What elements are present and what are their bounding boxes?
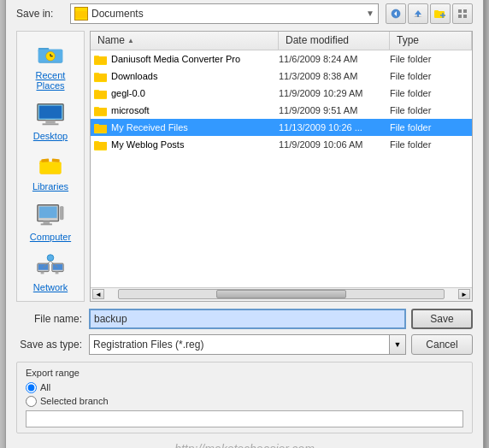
sort-arrow-icon: ▲ (127, 37, 134, 44)
table-row[interactable]: Downloads 11/3/2009 8:38 AM File folder (91, 68, 472, 85)
cancel-button[interactable]: Cancel (411, 334, 473, 355)
radio-all[interactable] (26, 382, 37, 393)
svg-rect-16 (463, 9, 467, 13)
filetype-input-wrapper: ▼ Cancel (89, 334, 473, 355)
svg-rect-45 (56, 271, 59, 274)
svg-rect-27 (45, 120, 55, 123)
svg-rect-17 (458, 15, 462, 18)
computer-label: Computer (30, 232, 71, 242)
libraries-icon (33, 151, 68, 179)
scroll-track[interactable] (118, 289, 445, 299)
filetype-combo-arrow[interactable]: ▼ (389, 334, 406, 355)
file-name: Downloads (111, 71, 279, 81)
combo-arrow-icon: ▼ (366, 9, 374, 18)
column-header-type[interactable]: Type (390, 32, 472, 50)
save-button[interactable]: Save (411, 309, 473, 329)
filename-input[interactable] (89, 309, 406, 329)
filetype-input[interactable] (89, 334, 406, 355)
back-button[interactable] (386, 3, 406, 24)
table-row[interactable]: My Received Files 11/13/2009 10:26 ... F… (91, 119, 472, 136)
file-date: 11/6/2009 8:24 AM (279, 54, 390, 64)
folder-file-icon (94, 121, 108, 133)
svg-rect-28 (43, 123, 59, 125)
nav-item-computer[interactable]: Computer (21, 198, 80, 245)
file-list: Daniusoft Media Converter Pro 11/6/2009 … (91, 50, 472, 287)
up-button[interactable] (408, 3, 428, 24)
file-type: File folder (390, 54, 468, 64)
svg-point-47 (47, 254, 54, 261)
nav-item-libraries[interactable]: Libraries (21, 148, 80, 195)
save-in-row: Save in: Documents ▼ (16, 3, 473, 24)
main-area: Recent Places Desktop (16, 31, 473, 302)
filename-input-wrapper: Save (89, 309, 473, 329)
file-name: gegl-0.0 (111, 88, 279, 98)
dialog-window: Export Registry File — □ ✕ Save in: Docu… (5, 0, 484, 448)
table-row[interactable]: gegl-0.0 11/9/2009 10:29 AM File folder (91, 85, 472, 102)
left-nav: Recent Places Desktop (16, 31, 85, 302)
nav-item-desktop[interactable]: Desktop (21, 97, 80, 144)
column-header-date[interactable]: Date modified (279, 32, 390, 50)
svg-rect-52 (94, 56, 107, 64)
file-type: File folder (390, 71, 468, 81)
scroll-right-button[interactable]: ► (458, 289, 470, 299)
radio-all-row: All (26, 382, 463, 393)
svg-rect-15 (458, 9, 462, 13)
file-name: My Weblog Posts (111, 139, 279, 150)
nav-item-network[interactable]: Network (21, 249, 80, 296)
svg-rect-38 (41, 223, 52, 225)
radio-all-label[interactable]: All (40, 382, 50, 392)
network-label: Network (33, 282, 68, 292)
folder-file-icon (94, 104, 108, 116)
new-folder-button[interactable] (430, 3, 451, 24)
bottom-form: File name: Save Save as type: ▼ Cancel (16, 309, 473, 355)
svg-rect-12 (434, 10, 439, 13)
libraries-label: Libraries (32, 181, 68, 192)
svg-rect-5 (75, 11, 87, 18)
branch-input[interactable] (26, 410, 463, 427)
filetype-row: Save as type: ▼ Cancel (16, 334, 473, 355)
svg-rect-55 (94, 74, 107, 81)
current-folder: Documents (91, 8, 362, 20)
table-row[interactable]: My Weblog Posts 11/9/2009 10:06 AM File … (91, 136, 472, 153)
toolbar-buttons (386, 3, 473, 24)
file-type: File folder (390, 122, 468, 133)
filetype-label: Save as type: (16, 339, 89, 351)
filename-row: File name: Save (16, 309, 473, 329)
export-range-section: Export range All Selected branch (16, 362, 473, 433)
file-date: 11/9/2009 10:06 AM (279, 139, 390, 150)
radio-selected-label[interactable]: Selected branch (40, 396, 109, 406)
svg-rect-58 (94, 91, 107, 98)
recent-places-label: Recent Places (22, 70, 79, 91)
dialog-body: Save in: Documents ▼ (6, 0, 483, 448)
file-date: 11/3/2009 8:38 AM (279, 71, 390, 81)
table-row[interactable]: microsoft 11/9/2009 9:51 AM File folder (91, 102, 472, 119)
watermark: http://maketecheasier.com (16, 439, 473, 449)
computer-icon (33, 202, 68, 229)
horizontal-scrollbar[interactable]: ◄ ► (91, 287, 472, 301)
save-in-label: Save in: (16, 8, 63, 20)
file-date: 11/9/2009 10:29 AM (279, 88, 390, 98)
save-in-combo[interactable]: Documents ▼ (70, 3, 379, 24)
svg-rect-42 (41, 271, 44, 274)
svg-rect-31 (40, 162, 62, 173)
column-header-name[interactable]: Name ▲ (91, 32, 279, 50)
folder-file-icon (94, 139, 108, 150)
svg-rect-39 (60, 206, 63, 219)
network-icon (33, 252, 68, 280)
scroll-thumb[interactable] (216, 290, 346, 298)
filetype-combo[interactable]: ▼ (89, 334, 406, 355)
svg-rect-26 (39, 105, 62, 118)
svg-rect-64 (94, 125, 107, 133)
scroll-left-button[interactable]: ◄ (92, 289, 104, 299)
nav-item-recent-places[interactable]: Recent Places (21, 37, 80, 94)
filename-label: File name: (16, 313, 89, 325)
radio-selected[interactable] (26, 396, 37, 407)
views-button[interactable] (452, 3, 473, 24)
file-name: My Received Files (111, 122, 279, 133)
file-name: Daniusoft Media Converter Pro (111, 54, 279, 64)
file-date: 11/13/2009 10:26 ... (279, 122, 390, 133)
desktop-label: Desktop (33, 131, 68, 141)
svg-rect-61 (94, 108, 107, 115)
table-row[interactable]: Daniusoft Media Converter Pro 11/6/2009 … (91, 50, 472, 68)
desktop-icon (33, 101, 68, 128)
